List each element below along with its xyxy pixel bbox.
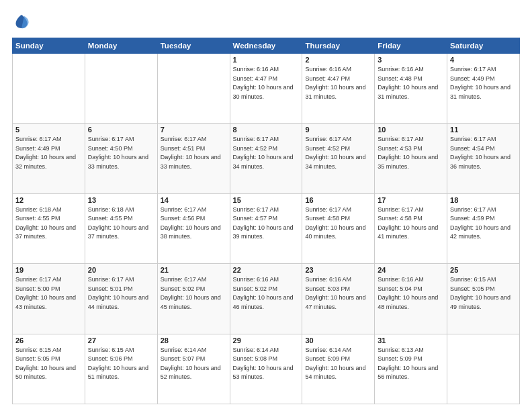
- day-number: 27: [88, 336, 154, 345]
- day-number: 30: [305, 336, 371, 345]
- weekday-header-wednesday: Wednesday: [230, 38, 302, 54]
- day-number: 20: [88, 266, 154, 274]
- day-info: Sunrise: 6:16 AMSunset: 4:47 PMDaylight:…: [305, 65, 371, 101]
- day-info: Sunrise: 6:17 AMSunset: 4:59 PMDaylight:…: [450, 205, 517, 242]
- calendar-cell: 27Sunrise: 6:15 AMSunset: 5:06 PMDayligh…: [85, 334, 157, 404]
- day-number: 4: [450, 56, 517, 64]
- calendar-cell: 3Sunrise: 6:16 AMSunset: 4:48 PMDaylight…: [375, 54, 447, 124]
- calendar-cell: 13Sunrise: 6:18 AMSunset: 4:55 PMDayligh…: [85, 193, 157, 263]
- day-number: 31: [378, 336, 444, 345]
- calendar-cell: 8Sunrise: 6:17 AMSunset: 4:52 PMDaylight…: [230, 124, 302, 193]
- week-row-0: 1Sunrise: 6:16 AMSunset: 4:47 PMDaylight…: [13, 54, 520, 124]
- calendar-cell: 16Sunrise: 6:17 AMSunset: 4:58 PMDayligh…: [302, 193, 375, 263]
- calendar-cell: 12Sunrise: 6:18 AMSunset: 4:55 PMDayligh…: [13, 193, 85, 263]
- day-number: 3: [378, 56, 444, 64]
- day-number: 25: [450, 266, 517, 274]
- weekday-header-saturday: Saturday: [447, 38, 520, 54]
- calendar-cell: 30Sunrise: 6:14 AMSunset: 5:09 PMDayligh…: [302, 334, 375, 404]
- day-info: Sunrise: 6:13 AMSunset: 5:09 PMDaylight:…: [378, 346, 444, 382]
- weekday-header-monday: Monday: [85, 38, 157, 54]
- calendar-table: SundayMondayTuesdayWednesdayThursdayFrid…: [12, 38, 520, 404]
- calendar-cell: 4Sunrise: 6:17 AMSunset: 4:49 PMDaylight…: [447, 54, 520, 124]
- day-info: Sunrise: 6:17 AMSunset: 4:49 PMDaylight:…: [450, 65, 517, 101]
- day-number: 13: [88, 196, 154, 204]
- header: [12, 12, 520, 31]
- day-info: Sunrise: 6:16 AMSunset: 5:02 PMDaylight:…: [233, 275, 300, 312]
- day-info: Sunrise: 6:14 AMSunset: 5:09 PMDaylight:…: [305, 346, 371, 382]
- day-number: 9: [305, 126, 371, 134]
- day-info: Sunrise: 6:17 AMSunset: 4:51 PMDaylight:…: [161, 135, 227, 171]
- day-info: Sunrise: 6:15 AMSunset: 5:05 PMDaylight:…: [450, 275, 517, 312]
- calendar-cell: 24Sunrise: 6:16 AMSunset: 5:04 PMDayligh…: [375, 264, 447, 334]
- week-row-3: 19Sunrise: 6:17 AMSunset: 5:00 PMDayligh…: [13, 264, 520, 334]
- day-number: 19: [15, 266, 82, 274]
- day-info: Sunrise: 6:16 AMSunset: 4:48 PMDaylight:…: [378, 65, 444, 101]
- calendar-cell: 9Sunrise: 6:17 AMSunset: 4:52 PMDaylight…: [302, 124, 375, 193]
- day-info: Sunrise: 6:17 AMSunset: 4:54 PMDaylight:…: [450, 135, 517, 171]
- calendar-cell: 17Sunrise: 6:17 AMSunset: 4:58 PMDayligh…: [375, 193, 447, 263]
- weekday-header-sunday: Sunday: [13, 38, 85, 54]
- calendar-cell: 15Sunrise: 6:17 AMSunset: 4:57 PMDayligh…: [230, 193, 302, 263]
- day-number: 11: [450, 126, 517, 134]
- day-info: Sunrise: 6:18 AMSunset: 4:55 PMDaylight:…: [15, 205, 82, 242]
- day-number: 10: [378, 126, 444, 134]
- day-info: Sunrise: 6:17 AMSunset: 4:53 PMDaylight:…: [378, 135, 444, 171]
- weekday-header-friday: Friday: [375, 38, 447, 54]
- calendar-cell: 19Sunrise: 6:17 AMSunset: 5:00 PMDayligh…: [13, 264, 85, 334]
- day-info: Sunrise: 6:15 AMSunset: 5:06 PMDaylight:…: [88, 346, 154, 382]
- calendar-cell: [447, 334, 520, 404]
- day-number: 8: [233, 126, 300, 134]
- day-info: Sunrise: 6:16 AMSunset: 4:47 PMDaylight:…: [233, 65, 300, 101]
- day-number: 22: [233, 266, 300, 274]
- calendar-cell: 14Sunrise: 6:17 AMSunset: 4:56 PMDayligh…: [157, 193, 230, 263]
- day-number: 14: [161, 196, 227, 204]
- day-info: Sunrise: 6:17 AMSunset: 5:02 PMDaylight:…: [161, 275, 227, 312]
- weekday-header-tuesday: Tuesday: [157, 38, 230, 54]
- day-info: Sunrise: 6:14 AMSunset: 5:08 PMDaylight:…: [233, 346, 300, 382]
- calendar-cell: 10Sunrise: 6:17 AMSunset: 4:53 PMDayligh…: [375, 124, 447, 193]
- day-number: 6: [88, 126, 154, 134]
- day-info: Sunrise: 6:17 AMSunset: 5:01 PMDaylight:…: [88, 275, 154, 312]
- calendar-cell: [157, 54, 230, 124]
- week-row-4: 26Sunrise: 6:15 AMSunset: 5:05 PMDayligh…: [13, 334, 520, 404]
- week-row-2: 12Sunrise: 6:18 AMSunset: 4:55 PMDayligh…: [13, 193, 520, 263]
- day-info: Sunrise: 6:17 AMSunset: 4:52 PMDaylight:…: [233, 135, 300, 171]
- day-number: 21: [161, 266, 227, 274]
- weekday-header-thursday: Thursday: [302, 38, 375, 54]
- calendar-cell: 2Sunrise: 6:16 AMSunset: 4:47 PMDaylight…: [302, 54, 375, 124]
- day-number: 17: [378, 196, 444, 204]
- calendar-page: SundayMondayTuesdayWednesdayThursdayFrid…: [0, 0, 532, 411]
- calendar-cell: 11Sunrise: 6:17 AMSunset: 4:54 PMDayligh…: [447, 124, 520, 193]
- calendar-cell: 22Sunrise: 6:16 AMSunset: 5:02 PMDayligh…: [230, 264, 302, 334]
- day-number: 16: [305, 196, 371, 204]
- calendar-cell: 29Sunrise: 6:14 AMSunset: 5:08 PMDayligh…: [230, 334, 302, 404]
- day-info: Sunrise: 6:17 AMSunset: 4:49 PMDaylight:…: [15, 135, 82, 171]
- calendar-cell: 1Sunrise: 6:16 AMSunset: 4:47 PMDaylight…: [230, 54, 302, 124]
- day-info: Sunrise: 6:16 AMSunset: 5:04 PMDaylight:…: [378, 275, 444, 312]
- calendar-cell: [13, 54, 85, 124]
- calendar-cell: 5Sunrise: 6:17 AMSunset: 4:49 PMDaylight…: [13, 124, 85, 193]
- day-info: Sunrise: 6:17 AMSunset: 5:00 PMDaylight:…: [15, 275, 82, 312]
- calendar-cell: 18Sunrise: 6:17 AMSunset: 4:59 PMDayligh…: [447, 193, 520, 263]
- week-row-1: 5Sunrise: 6:17 AMSunset: 4:49 PMDaylight…: [13, 124, 520, 193]
- day-number: 23: [305, 266, 371, 274]
- calendar-cell: 7Sunrise: 6:17 AMSunset: 4:51 PMDaylight…: [157, 124, 230, 193]
- day-info: Sunrise: 6:15 AMSunset: 5:05 PMDaylight:…: [15, 346, 82, 382]
- day-number: 28: [161, 336, 227, 345]
- calendar-cell: 26Sunrise: 6:15 AMSunset: 5:05 PMDayligh…: [13, 334, 85, 404]
- day-number: 15: [233, 196, 300, 204]
- calendar-cell: [85, 54, 157, 124]
- day-number: 7: [161, 126, 227, 134]
- day-number: 2: [305, 56, 371, 64]
- calendar-cell: 23Sunrise: 6:16 AMSunset: 5:03 PMDayligh…: [302, 264, 375, 334]
- day-info: Sunrise: 6:17 AMSunset: 4:56 PMDaylight:…: [161, 205, 227, 242]
- day-info: Sunrise: 6:17 AMSunset: 4:52 PMDaylight:…: [305, 135, 371, 171]
- calendar-cell: 25Sunrise: 6:15 AMSunset: 5:05 PMDayligh…: [447, 264, 520, 334]
- calendar-cell: 31Sunrise: 6:13 AMSunset: 5:09 PMDayligh…: [375, 334, 447, 404]
- day-info: Sunrise: 6:14 AMSunset: 5:07 PMDaylight:…: [161, 346, 227, 382]
- day-info: Sunrise: 6:17 AMSunset: 4:58 PMDaylight:…: [305, 205, 371, 242]
- day-number: 1: [233, 56, 300, 64]
- weekday-header-row: SundayMondayTuesdayWednesdayThursdayFrid…: [13, 38, 520, 54]
- day-number: 18: [450, 196, 517, 204]
- day-number: 12: [15, 196, 82, 204]
